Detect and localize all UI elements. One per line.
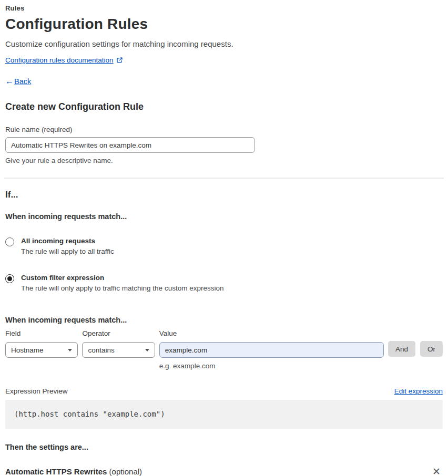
rule-name-input[interactable]	[5, 137, 255, 153]
radio-button[interactable]	[5, 237, 14, 246]
documentation-link[interactable]: Configuration rules documentation	[5, 56, 114, 64]
external-link-icon	[116, 57, 123, 64]
setting-title: Automatic HTTPS Rewrites (optional)	[5, 467, 142, 476]
radio-option-label: Custom filter expression	[21, 274, 223, 282]
edit-expression-link[interactable]: Edit expression	[394, 387, 443, 395]
configuration-rules-page: Rules Configuration Rules Customize conf…	[0, 0, 448, 476]
page-title: Configuration Rules	[5, 16, 443, 33]
value-input[interactable]	[159, 342, 384, 358]
setting-optional-tag: (optional)	[109, 467, 142, 476]
expression-preview-label: Expression Preview	[5, 387, 68, 395]
expression-preview-box: (http.host contains "example.com")	[5, 400, 443, 429]
close-icon[interactable]: ✕	[430, 465, 443, 476]
builder-heading: When incoming requests match...	[5, 316, 443, 324]
value-column-label: Value	[159, 329, 384, 337]
then-heading: Then the settings are...	[5, 443, 443, 451]
field-select[interactable]: Hostname	[5, 342, 78, 358]
operator-select[interactable]: contains	[82, 342, 155, 358]
create-rule-title: Create new Configuration Rule	[5, 101, 443, 112]
section-divider	[4, 178, 444, 179]
match-heading: When incoming requests match...	[5, 212, 443, 221]
radio-option-custom-filter[interactable]: Custom filter expression The rule will o…	[5, 274, 443, 292]
operator-select-value: contains	[88, 346, 114, 354]
chevron-down-icon	[68, 349, 72, 351]
if-heading: If...	[5, 190, 443, 200]
rule-name-label: Rule name (required)	[5, 126, 443, 133]
radio-option-label: All incoming requests	[21, 237, 114, 245]
breadcrumb: Rules	[5, 4, 443, 12]
field-select-value: Hostname	[11, 346, 44, 354]
chevron-down-icon	[145, 349, 149, 351]
rule-name-help: Give your rule a descriptive name.	[5, 157, 443, 164]
value-help: e.g. example.com	[159, 362, 384, 370]
back-arrow-icon: ←	[5, 77, 14, 86]
expression-code: (http.host contains "example.com")	[14, 410, 165, 418]
setting-name: Automatic HTTPS Rewrites	[5, 467, 107, 476]
or-button[interactable]: Or	[420, 341, 443, 357]
radio-option-all-incoming[interactable]: All incoming requests The rule will appl…	[5, 237, 443, 255]
field-column-label: Field	[5, 329, 78, 337]
radio-button[interactable]	[5, 274, 14, 283]
page-subtitle: Customize configuration settings for mat…	[5, 39, 443, 48]
radio-option-description: The rule will apply to all traffic	[21, 247, 114, 255]
radio-option-description: The rule will only apply to traffic matc…	[21, 284, 223, 292]
and-button[interactable]: And	[388, 341, 415, 357]
back-link[interactable]: Back	[14, 77, 31, 86]
operator-column-label: Operator	[82, 329, 155, 337]
